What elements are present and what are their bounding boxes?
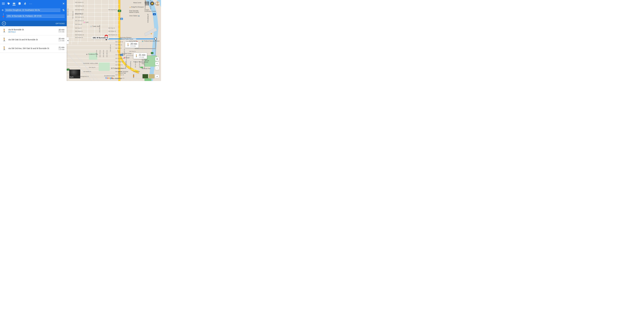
notification-icon[interactable]: 🔔 [150, 2, 154, 6]
left-panel: ··· ✕ ⇅ 📍 + OPTIONS [0, 0, 67, 81]
logo-o2: o [108, 77, 110, 79]
svg-rect-4 [67, 8, 120, 8]
origin-indicator [2, 9, 3, 12]
svg-rect-36 [125, 70, 147, 70]
logo-g2: g [110, 77, 111, 79]
street-n-broadway: N Broadway Bl [147, 14, 149, 23]
drive-icon[interactable] [12, 2, 16, 6]
svg-rect-37 [125, 74, 147, 74]
svg-rect-9 [67, 29, 120, 29]
street-sw-14th: SW 14th Ave [110, 44, 111, 52]
street-nw-hoyt-2: NW Hoyt St [108, 27, 115, 29]
zoom-out-button[interactable]: − [155, 66, 159, 70]
apps-grid-icon[interactable] [145, 2, 149, 6]
route-box-2-dist: 1.0 mile [139, 56, 146, 58]
walk-icon-route-2: 🚶 [2, 38, 6, 42]
logo-g: G [105, 77, 107, 79]
street-sw-15th: SW 15th Ave [106, 50, 108, 57]
destination-input[interactable] [6, 14, 65, 18]
destination-row: 📍 [2, 13, 65, 19]
walk-icon-route-1: 🚶 [2, 29, 6, 33]
street-nw-northrup: NW Northrup St [75, 5, 84, 7]
map-type-terrain[interactable] [149, 74, 154, 78]
more-icon[interactable]: ··· [29, 2, 32, 5]
street-sw-16th: SW 16th Ave [103, 50, 104, 57]
route-item-1[interactable]: 🚶 via W Burnside St DETAILS 20 min 0.9 m… [0, 26, 67, 35]
top-right-bar: 🔔 [145, 1, 160, 6]
options-label[interactable]: OPTIONS [56, 22, 65, 24]
map-location-label: 1951 W Burnside St [92, 36, 109, 39]
menu-icon[interactable] [2, 3, 5, 4]
svg-text:405: 405 [118, 10, 120, 12]
route-item-3[interactable]: 🚶 via SW 3rd Ave, SW Oak St and W Burnsi… [0, 44, 67, 53]
route-duration-2: 20 min [58, 38, 64, 40]
zoom-in-button[interactable]: + [155, 62, 159, 66]
swap-button[interactable]: ⇅ [62, 8, 65, 12]
svg-rect-10 [67, 33, 120, 33]
svg-rect-3 [67, 4, 120, 4]
svg-rect-12 [67, 42, 120, 42]
origin-row: ⇅ [2, 8, 65, 12]
place-target: 🎯 Target [124, 57, 130, 58]
route-box-1-time: 20 min [130, 43, 137, 45]
svg-text:2B: 2B [121, 18, 122, 20]
transit-icon[interactable] [18, 2, 21, 5]
street-nw-marshall-2: NW Marshall St [108, 9, 117, 10]
route-box-20min[interactable]: 🚶 20 min 0.9 mile [125, 42, 139, 48]
top-navigation-bar: ··· ✕ [0, 0, 67, 7]
walk-icon-box2: 🚶 [135, 54, 138, 58]
route-time-2: 20 min 1.0 mile [58, 38, 64, 42]
svg-rect-24 [88, 0, 88, 42]
svg-text:74: 74 [68, 69, 68, 70]
map-type-row: 🧍 ▲ [132, 74, 159, 78]
route-box-1-info: 20 min 0.9 mile [130, 43, 137, 47]
map-type-expand-button[interactable]: ▲ [155, 74, 159, 78]
street-nw-couch: NW Couch St [115, 41, 123, 42]
route-item-2[interactable]: 🚶 via SW Oak St and W Burnside St 20 min… [0, 35, 67, 44]
details-link-1[interactable]: DETAILS [8, 31, 57, 33]
street-sw-pine: SW Pine St [129, 51, 136, 52]
street-sw-market: SW Market St [83, 71, 91, 72]
directions-icon[interactable] [7, 2, 10, 5]
google-logo: G o o g l e [105, 77, 113, 79]
street-sw-park: SW Park Ave [125, 61, 126, 68]
destination-pin-icon: 📍 [2, 16, 5, 18]
route-box-21min[interactable]: 🚶 21 min 1.0 mile [133, 53, 147, 59]
collapse-panel-button[interactable]: ◀ [67, 37, 69, 44]
street-nw-flanders-2: NW Flanders St [108, 34, 117, 36]
svg-text:★: ★ [150, 32, 152, 35]
map-type-satellite[interactable] [142, 74, 148, 78]
earth-thumbnail[interactable]: Earth [69, 70, 80, 78]
user-avatar[interactable] [155, 1, 160, 6]
place-lush: 🌸 Lush [83, 22, 88, 23]
route-box-1-dist: 0.9 mile [130, 45, 137, 47]
walk-icon[interactable] [24, 2, 27, 5]
logo-e: e [112, 77, 113, 79]
svg-rect-25 [94, 0, 95, 42]
place-mccall: GovernorTom McCallWaterfrontPark [142, 58, 149, 64]
svg-text:5: 5 [152, 53, 152, 54]
add-stop-button[interactable]: + [2, 22, 6, 26]
place-trader-joes: 🛒 Trader Joe's [90, 26, 100, 27]
svg-rect-13 [67, 46, 120, 46]
svg-rect-7 [67, 20, 120, 21]
place-portland-art: 🏛 Portland Art Museum [111, 68, 126, 69]
place-eliot: The Eliot Center [122, 53, 132, 54]
street-sw-17th: SW 17th Ave [99, 50, 101, 57]
street-sw-taylor: SW Taylor St [115, 64, 122, 66]
place-bridgeport: 🍺 BridgePort Brewpub [129, 6, 144, 8]
street-view-person-icon[interactable]: 🧍 [132, 74, 136, 78]
route-via-2: via SW Oak St and W Burnside St [8, 38, 57, 41]
close-button[interactable]: ✕ [62, 2, 65, 5]
route-time-3: 21 min 1.0 mile [58, 46, 64, 50]
route-dist-3: 1.0 mile [58, 48, 64, 50]
origin-input[interactable] [5, 8, 60, 12]
street-nw-glisan-2: NW Glisan St [108, 30, 116, 32]
map-area[interactable]: ★ 2B 2B 405 30 301 5 74 [67, 0, 161, 81]
map-container: ★ 2B 2B 405 30 301 5 74 [67, 0, 161, 81]
my-location-button[interactable] [155, 57, 159, 61]
map-type-default[interactable] [136, 74, 142, 78]
area-goose-hollow: GOOSE HOLLOW [83, 62, 98, 64]
options-row: + OPTIONS [0, 21, 67, 26]
routes-list: 🚶 via W Burnside St DETAILS 20 min 0.9 m… [0, 26, 67, 81]
